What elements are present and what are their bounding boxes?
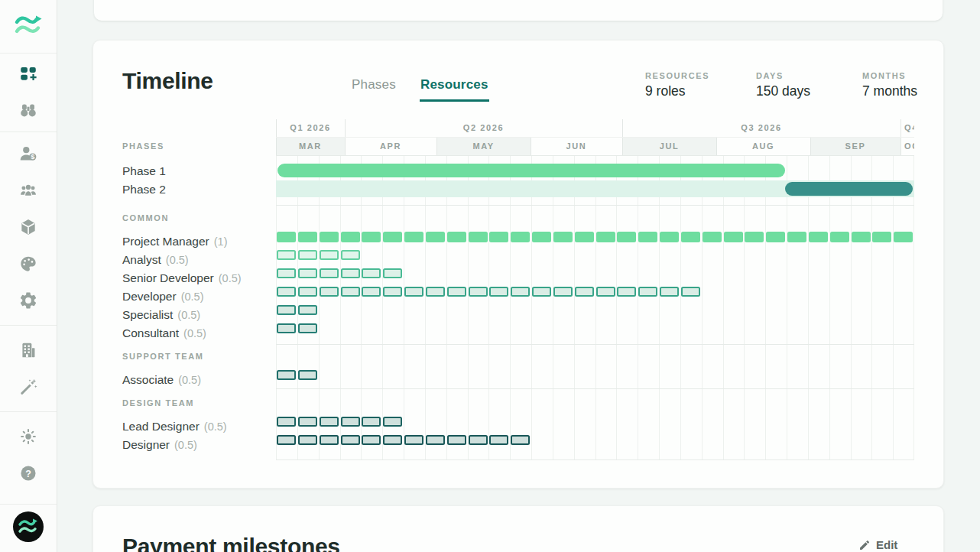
allocation-block[interactable] — [362, 232, 381, 242]
allocation-block[interactable] — [766, 232, 785, 242]
allocation-block[interactable] — [660, 287, 679, 297]
sidebar-item-brightness[interactable] — [0, 418, 57, 455]
allocation-block[interactable] — [277, 232, 296, 242]
allocation-block[interactable] — [830, 232, 849, 242]
allocation-block[interactable] — [617, 287, 636, 297]
allocation-block[interactable] — [681, 232, 700, 242]
allocation-block[interactable] — [341, 268, 360, 278]
allocation-block[interactable] — [447, 287, 466, 297]
allocation-block[interactable] — [298, 268, 317, 278]
allocation-block[interactable] — [362, 435, 381, 445]
allocation-block[interactable] — [447, 232, 466, 242]
allocation-block[interactable] — [469, 435, 488, 445]
allocation-block[interactable] — [320, 417, 339, 427]
allocation-block[interactable] — [426, 232, 445, 242]
allocation-block[interactable] — [703, 232, 722, 242]
allocation-block[interactable] — [383, 287, 402, 297]
sidebar-item-team[interactable] — [0, 172, 57, 209]
sidebar-item-help[interactable]: ? — [0, 455, 57, 492]
app-logo[interactable] — [0, 0, 57, 54]
allocation-block[interactable] — [320, 268, 339, 278]
allocation-block[interactable] — [362, 417, 381, 427]
allocation-block[interactable] — [362, 287, 381, 297]
allocation-block[interactable] — [489, 435, 508, 445]
tab-phases[interactable]: Phases — [351, 76, 397, 102]
allocation-block[interactable] — [532, 287, 551, 297]
allocation-block[interactable] — [404, 287, 423, 297]
allocation-block[interactable] — [426, 287, 445, 297]
allocation-block[interactable] — [277, 323, 296, 333]
allocation-block[interactable] — [553, 287, 573, 297]
allocation-block[interactable] — [383, 435, 402, 445]
allocation-block[interactable] — [383, 268, 402, 278]
allocation-block[interactable] — [277, 287, 296, 297]
allocation-block[interactable] — [596, 287, 615, 297]
allocation-block[interactable] — [872, 232, 891, 242]
allocation-block[interactable] — [341, 287, 360, 297]
allocation-block[interactable] — [320, 287, 339, 297]
allocation-block[interactable] — [617, 232, 636, 242]
allocation-block[interactable] — [341, 435, 360, 445]
allocation-block[interactable] — [469, 232, 488, 242]
allocation-block[interactable] — [511, 435, 530, 445]
allocation-block[interactable] — [489, 232, 508, 242]
allocation-block[interactable] — [894, 232, 913, 242]
allocation-block[interactable] — [298, 417, 317, 427]
sidebar-item-building[interactable] — [0, 332, 57, 369]
allocation-block[interactable] — [553, 232, 573, 242]
allocation-block[interactable] — [681, 287, 700, 297]
allocation-block[interactable] — [469, 287, 488, 297]
tab-resources[interactable]: Resources — [420, 76, 489, 102]
allocation-block[interactable] — [426, 435, 445, 445]
allocation-block[interactable] — [277, 370, 296, 380]
allocation-block[interactable] — [341, 250, 360, 260]
allocation-block[interactable] — [575, 287, 594, 297]
allocation-block[interactable] — [404, 232, 423, 242]
allocation-block[interactable] — [787, 232, 806, 242]
allocation-block[interactable] — [298, 287, 317, 297]
allocation-block[interactable] — [852, 232, 871, 242]
allocation-block[interactable] — [277, 250, 296, 260]
allocation-block[interactable] — [341, 232, 360, 242]
allocation-block[interactable] — [320, 232, 339, 242]
allocation-block[interactable] — [277, 435, 296, 445]
sidebar-item-cube[interactable] — [0, 209, 57, 245]
allocation-block[interactable] — [383, 417, 402, 427]
sidebar-item-binoculars[interactable] — [0, 92, 57, 128]
sidebar-item-magic-wand[interactable] — [0, 369, 57, 405]
allocation-block[interactable] — [298, 370, 317, 380]
allocation-block[interactable] — [298, 305, 317, 315]
allocation-block[interactable] — [277, 305, 296, 315]
allocation-block[interactable] — [489, 287, 508, 297]
allocation-block[interactable] — [532, 232, 551, 242]
allocation-block[interactable] — [298, 232, 317, 242]
allocation-block[interactable] — [277, 268, 296, 278]
allocation-block[interactable] — [745, 232, 764, 242]
allocation-block[interactable] — [511, 287, 530, 297]
allocation-block[interactable] — [638, 232, 657, 242]
edit-button[interactable]: Edit — [858, 538, 897, 551]
sidebar-item-gear[interactable] — [0, 282, 57, 319]
allocation-block[interactable] — [724, 232, 743, 242]
user-avatar[interactable] — [0, 504, 57, 552]
sidebar-item-dashboard-add[interactable] — [0, 55, 57, 92]
allocation-block[interactable] — [511, 232, 530, 242]
allocation-block[interactable] — [404, 435, 423, 445]
allocation-block[interactable] — [660, 232, 679, 242]
allocation-block[interactable] — [298, 250, 317, 260]
allocation-block[interactable] — [320, 435, 339, 445]
gantt-bar-phase-1[interactable] — [277, 164, 785, 177]
allocation-block[interactable] — [638, 287, 657, 297]
allocation-block[interactable] — [277, 417, 296, 427]
allocation-block[interactable] — [320, 250, 339, 260]
allocation-block[interactable] — [575, 232, 594, 242]
gantt-bar-phase-2[interactable] — [785, 182, 913, 196]
allocation-block[interactable] — [596, 232, 615, 242]
allocation-block[interactable] — [341, 417, 360, 427]
sidebar-item-person-dollar[interactable]: $ — [0, 135, 57, 172]
allocation-block[interactable] — [383, 232, 402, 242]
allocation-block[interactable] — [298, 435, 317, 445]
allocation-block[interactable] — [809, 232, 828, 242]
allocation-block[interactable] — [362, 268, 381, 278]
allocation-block[interactable] — [298, 323, 317, 333]
